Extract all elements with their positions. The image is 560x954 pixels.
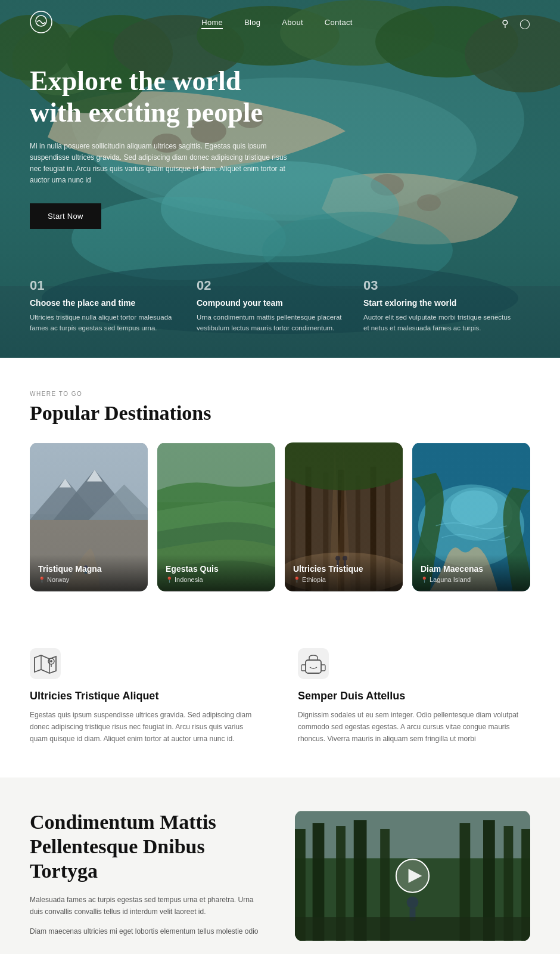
location-pin-icon-4: 📍	[421, 577, 428, 583]
bag-icon	[298, 648, 329, 679]
nav-actions: ⚲ ◯	[502, 18, 530, 29]
svg-rect-80	[295, 918, 530, 941]
step-3-description: Auctor elit sed vulputate morbi tristiqu…	[363, 312, 512, 334]
nav-links: Home Blog About Contact	[201, 18, 353, 29]
bottom-title: Condimentum Mattis Pellentesque Dnibus T…	[30, 810, 265, 883]
step-2-description: Urna condimentum mattis pellentesque pla…	[197, 312, 346, 334]
start-now-button[interactable]: Start Now	[30, 203, 101, 229]
feature-1: Ultricies Tristique Aliquet Egestas quis…	[30, 648, 262, 745]
hero-title: Explore the world with exciting people	[30, 66, 298, 129]
hero-description: Mi in nulla posuere sollicitudin aliquam…	[30, 141, 298, 187]
feature-1-title: Ultricies Tristique Aliquet	[30, 690, 262, 702]
step-1: 01 Choose the place and time Ultricies t…	[30, 278, 197, 334]
dest-card-1-location: 📍 Norway	[38, 576, 139, 583]
nav-about[interactable]: About	[282, 18, 303, 29]
svg-point-64	[50, 660, 52, 662]
bottom-text-content: Condimentum Mattis Pellentesque Dnibus T…	[30, 810, 265, 946]
dest-card-1-name: Tristique Magna	[38, 564, 139, 574]
features-grid: Ultricies Tristique Aliquet Egestas quis…	[30, 648, 530, 745]
step-3-title: Start exloring the world	[363, 298, 512, 308]
dest-card-2[interactable]: Egestas Quis 📍 Indonesia	[157, 442, 275, 591]
dest-card-3-name: Ultricies Tristique	[293, 564, 394, 574]
step-3-number: 03	[363, 278, 512, 293]
step-2-number: 02	[197, 278, 346, 293]
hero-section: Home Blog About Contact ⚲ ◯ Explore the …	[0, 0, 560, 358]
logo[interactable]	[30, 11, 52, 36]
step-1-number: 01	[30, 278, 179, 293]
dest-card-2-name: Egestas Quis	[166, 564, 267, 574]
svg-rect-65	[298, 648, 329, 679]
destinations-section: WHERE TO GO Popular Destinations	[0, 358, 560, 615]
steps-row: 01 Choose the place and time Ultricies t…	[0, 256, 560, 358]
step-2: 02 Compound your team Urna condimentum m…	[197, 278, 363, 334]
dest-card-2-location: 📍 Indonesia	[166, 576, 267, 583]
nav-contact[interactable]: Contact	[325, 18, 353, 29]
dest-card-4-location: 📍 Laguna Island	[421, 576, 522, 583]
nav-blog[interactable]: Blog	[244, 18, 260, 29]
search-icon[interactable]: ⚲	[502, 18, 509, 29]
dest-card-3-location: 📍 Ethiopia	[293, 576, 394, 583]
map-icon	[30, 648, 61, 679]
dest-card-1[interactable]: Tristique Magna 📍 Norway	[30, 442, 148, 591]
dest-card-3[interactable]: Ultricies Tristique 📍 Ethiopia	[285, 442, 403, 591]
step-3: 03 Start exloring the world Auctor elit …	[363, 278, 530, 334]
dest-card-4[interactable]: Diam Maecenas 📍 Laguna Island	[412, 442, 530, 591]
destinations-title: Popular Destinations	[30, 402, 530, 425]
destinations-grid: Tristique Magna 📍 Norway	[30, 442, 530, 591]
dest-card-4-name: Diam Maecenas	[421, 564, 522, 574]
dest-card-3-overlay: Ultricies Tristique 📍 Ethiopia	[285, 555, 403, 591]
step-1-title: Choose the place and time	[30, 298, 179, 308]
location-pin-icon-1: 📍	[38, 577, 45, 583]
bottom-description-2: Diam maecenas ultricies mi eget lobortis…	[30, 926, 265, 938]
features-section: Ultricies Tristique Aliquet Egestas quis…	[0, 615, 560, 778]
feature-2: Semper Duis Attellus Dignissim sodales u…	[298, 648, 530, 745]
dest-card-4-overlay: Diam Maecenas 📍 Laguna Island	[412, 555, 530, 591]
dest-card-1-overlay: Tristique Magna 📍 Norway	[30, 555, 148, 591]
feature-1-description: Egestas quis ipsum suspendisse ultrices …	[30, 710, 262, 745]
step-2-title: Compound your team	[197, 298, 346, 308]
feature-2-description: Dignissim sodales ut eu sem integer. Odi…	[298, 710, 530, 745]
bottom-image	[295, 810, 530, 941]
dest-card-2-overlay: Egestas Quis 📍 Indonesia	[157, 555, 275, 591]
feature-2-title: Semper Duis Attellus	[298, 690, 530, 702]
user-icon[interactable]: ◯	[519, 18, 530, 29]
nav-home[interactable]: Home	[201, 18, 223, 29]
bottom-video-thumbnail	[295, 810, 530, 941]
hero-content: Explore the world with exciting people M…	[30, 66, 298, 229]
bottom-description-1: Malesuada fames ac turpis egestas sed te…	[30, 894, 265, 918]
location-pin-icon-3: 📍	[293, 577, 300, 583]
location-pin-icon-2: 📍	[166, 577, 173, 583]
destinations-label: WHERE TO GO	[30, 391, 530, 397]
step-1-description: Ultricies tristique nulla aliquet tortor…	[30, 312, 179, 334]
bottom-section: Condimentum Mattis Pellentesque Dnibus T…	[0, 778, 560, 954]
navbar: Home Blog About Contact ⚲ ◯	[0, 0, 560, 47]
svg-point-78	[407, 897, 419, 909]
